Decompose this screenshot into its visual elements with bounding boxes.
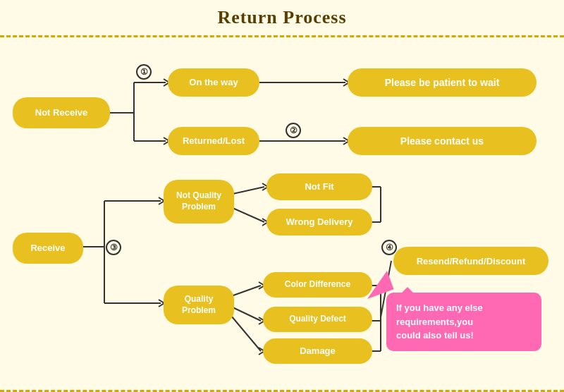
color-diff-box: Color Difference: [263, 272, 372, 298]
contact-us-box: Please contact us: [348, 127, 537, 155]
speech-bubble: If you have any else requirements,you co…: [386, 293, 541, 351]
svg-line-11: [233, 208, 264, 222]
svg-line-14: [231, 316, 261, 351]
circle-num-1: ①: [136, 64, 152, 80]
quality-defect-box: Quality Defect: [263, 307, 372, 332]
svg-line-10: [233, 187, 264, 194]
quality-problem-box: Quality Problem: [164, 286, 234, 324]
not-quality-problem-box: Not Quality Problem: [164, 180, 234, 223]
top-border: [0, 35, 564, 37]
circle-num-2: ②: [286, 123, 301, 138]
damage-box: Damage: [263, 338, 372, 364]
patient-wait-box: Please be patient to wait: [348, 68, 537, 97]
circle-num-4: ④: [381, 240, 397, 255]
svg-line-13: [231, 307, 261, 321]
svg-line-12: [231, 286, 261, 296]
on-the-way-box: On the way: [168, 68, 259, 97]
returned-lost-box: Returned/Lost: [168, 127, 259, 155]
circle-num-3: ③: [106, 240, 121, 255]
wrong-delivery-box: Wrong Delivery: [266, 209, 372, 235]
page-title: Return Process: [217, 7, 346, 28]
resend-box: Resend/Refund/Discount: [393, 247, 548, 275]
title-bar: Return Process: [0, 0, 564, 35]
receive-box: Receive: [13, 233, 83, 264]
not-receive-box: Not Receive: [13, 97, 110, 128]
not-fit-box: Not Fit: [266, 173, 372, 200]
